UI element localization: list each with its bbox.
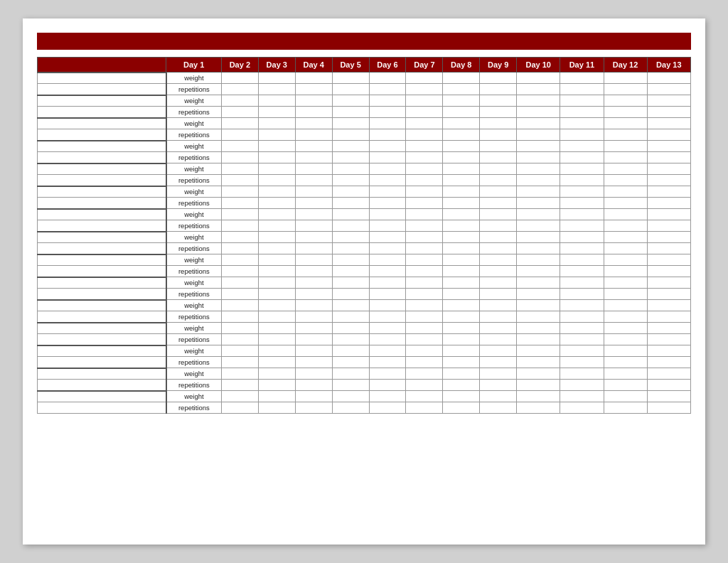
rep-data-cell[interactable]	[647, 266, 690, 277]
weight-data-cell[interactable]	[295, 73, 332, 84]
rep-data-cell[interactable]	[406, 198, 443, 209]
rep-data-cell[interactable]	[295, 380, 332, 391]
rep-data-cell[interactable]	[369, 220, 406, 232]
exercise-cell-9[interactable]	[38, 277, 166, 289]
rep-data-cell[interactable]	[480, 243, 517, 254]
weight-data-cell[interactable]	[604, 209, 647, 220]
rep-data-cell[interactable]	[480, 402, 517, 414]
weight-data-cell[interactable]	[221, 73, 258, 84]
rep-data-cell[interactable]	[604, 84, 647, 95]
rep-data-cell[interactable]	[480, 175, 517, 186]
rep-data-cell[interactable]	[604, 107, 647, 118]
rep-data-cell[interactable]	[443, 380, 480, 391]
weight-data-cell[interactable]	[517, 300, 560, 311]
rep-data-cell[interactable]	[480, 289, 517, 300]
weight-data-cell[interactable]	[517, 186, 560, 198]
weight-data-cell[interactable]	[604, 345, 647, 357]
weight-data-cell[interactable]	[258, 163, 295, 175]
weight-data-cell[interactable]	[295, 368, 332, 380]
weight-data-cell[interactable]	[517, 254, 560, 266]
rep-data-cell[interactable]	[332, 380, 369, 391]
weight-data-cell[interactable]	[295, 95, 332, 107]
exercise-cell-5[interactable]	[38, 186, 166, 198]
rep-data-cell[interactable]	[647, 107, 690, 118]
exercise-cell-12[interactable]	[38, 345, 166, 357]
weight-data-cell[interactable]	[560, 118, 604, 129]
rep-data-cell[interactable]	[332, 198, 369, 209]
rep-data-cell[interactable]	[295, 266, 332, 277]
weight-data-cell[interactable]	[406, 163, 443, 175]
exercise-cell-14[interactable]	[38, 391, 166, 402]
rep-data-cell[interactable]	[369, 311, 406, 323]
weight-data-cell[interactable]	[369, 141, 406, 152]
weight-data-cell[interactable]	[406, 95, 443, 107]
weight-data-cell[interactable]	[647, 345, 690, 357]
weight-data-cell[interactable]	[647, 141, 690, 152]
rep-data-cell[interactable]	[480, 84, 517, 95]
weight-data-cell[interactable]	[517, 368, 560, 380]
rep-data-cell[interactable]	[258, 152, 295, 163]
weight-data-cell[interactable]	[221, 209, 258, 220]
weight-data-cell[interactable]	[604, 277, 647, 289]
rep-data-cell[interactable]	[221, 357, 258, 368]
weight-data-cell[interactable]	[647, 391, 690, 402]
rep-data-cell[interactable]	[647, 129, 690, 141]
exercise-cell-6[interactable]	[38, 209, 166, 220]
weight-data-cell[interactable]	[443, 345, 480, 357]
weight-data-cell[interactable]	[406, 141, 443, 152]
exercise-cell-11[interactable]	[38, 323, 166, 334]
rep-data-cell[interactable]	[369, 289, 406, 300]
weight-data-cell[interactable]	[406, 73, 443, 84]
rep-data-cell[interactable]	[258, 175, 295, 186]
exercise-cell-rep-8[interactable]	[38, 266, 166, 277]
weight-data-cell[interactable]	[221, 163, 258, 175]
weight-data-cell[interactable]	[258, 141, 295, 152]
rep-data-cell[interactable]	[517, 311, 560, 323]
weight-data-cell[interactable]	[560, 209, 604, 220]
rep-data-cell[interactable]	[369, 129, 406, 141]
exercise-cell-rep-2[interactable]	[38, 129, 166, 141]
rep-data-cell[interactable]	[258, 107, 295, 118]
rep-data-cell[interactable]	[560, 334, 604, 345]
rep-data-cell[interactable]	[517, 402, 560, 414]
weight-data-cell[interactable]	[258, 300, 295, 311]
rep-data-cell[interactable]	[406, 84, 443, 95]
rep-data-cell[interactable]	[647, 198, 690, 209]
rep-data-cell[interactable]	[560, 402, 604, 414]
rep-data-cell[interactable]	[332, 152, 369, 163]
weight-data-cell[interactable]	[258, 232, 295, 243]
rep-data-cell[interactable]	[295, 152, 332, 163]
rep-data-cell[interactable]	[647, 175, 690, 186]
exercise-cell-0[interactable]	[38, 73, 166, 84]
exercise-cell-rep-3[interactable]	[38, 152, 166, 163]
weight-data-cell[interactable]	[517, 163, 560, 175]
rep-data-cell[interactable]	[258, 198, 295, 209]
rep-data-cell[interactable]	[332, 175, 369, 186]
rep-data-cell[interactable]	[221, 380, 258, 391]
rep-data-cell[interactable]	[560, 84, 604, 95]
rep-data-cell[interactable]	[443, 334, 480, 345]
rep-data-cell[interactable]	[295, 334, 332, 345]
rep-data-cell[interactable]	[443, 289, 480, 300]
weight-data-cell[interactable]	[295, 141, 332, 152]
rep-data-cell[interactable]	[295, 311, 332, 323]
weight-data-cell[interactable]	[480, 300, 517, 311]
rep-data-cell[interactable]	[517, 84, 560, 95]
exercise-cell-10[interactable]	[38, 300, 166, 311]
weight-data-cell[interactable]	[480, 209, 517, 220]
weight-data-cell[interactable]	[560, 345, 604, 357]
weight-data-cell[interactable]	[517, 345, 560, 357]
rep-data-cell[interactable]	[560, 198, 604, 209]
weight-data-cell[interactable]	[295, 323, 332, 334]
rep-data-cell[interactable]	[517, 357, 560, 368]
rep-data-cell[interactable]	[369, 152, 406, 163]
weight-data-cell[interactable]	[604, 323, 647, 334]
weight-data-cell[interactable]	[517, 73, 560, 84]
exercise-cell-3[interactable]	[38, 141, 166, 152]
rep-data-cell[interactable]	[517, 129, 560, 141]
weight-data-cell[interactable]	[517, 141, 560, 152]
weight-data-cell[interactable]	[604, 254, 647, 266]
rep-data-cell[interactable]	[332, 266, 369, 277]
weight-data-cell[interactable]	[517, 232, 560, 243]
rep-data-cell[interactable]	[295, 289, 332, 300]
